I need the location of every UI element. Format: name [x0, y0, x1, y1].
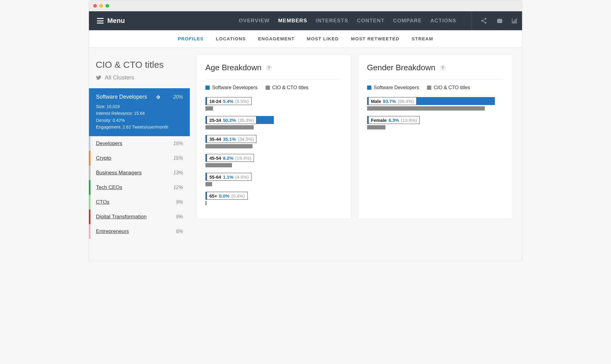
- bar-secondary: [205, 144, 252, 148]
- legend-swatch-grey: [427, 86, 431, 90]
- menu-button[interactable]: Menu: [97, 17, 125, 25]
- divider: [367, 79, 504, 79]
- minimize-window-icon[interactable]: [99, 4, 103, 8]
- cluster-pct: 13%: [173, 170, 183, 176]
- subtab-stream[interactable]: STREAM: [412, 36, 433, 41]
- cluster-item[interactable]: Crypto15%: [89, 151, 190, 166]
- cluster-list: Developers16%Crypto15%Business Managers1…: [89, 136, 190, 239]
- legend-swatch-blue: [205, 86, 210, 90]
- legend-label-b: CIO & CTO titles: [272, 85, 309, 90]
- tab-interests[interactable]: INTERESTS: [316, 18, 348, 24]
- cluster-pct: 20%: [173, 94, 183, 100]
- help-icon[interactable]: ?: [440, 65, 446, 71]
- cluster-name: Digital Transformation: [96, 214, 146, 220]
- gender-card-title: Gender Breakdown: [367, 63, 436, 72]
- share-icon[interactable]: [480, 17, 487, 24]
- tab-actions[interactable]: ACTIONS: [430, 18, 456, 24]
- cluster-meta: Size: 10,029 Interest Relevance: 15.64 D…: [96, 103, 183, 131]
- cluster-name: Software Developers: [96, 94, 147, 100]
- content-area: CIO & CTO titles All Clusters Software D…: [89, 47, 522, 261]
- top-actions: [472, 11, 518, 30]
- bar-group: Male93.7%(86.4%): [367, 97, 504, 111]
- tab-overview[interactable]: OVERVIEW: [239, 18, 270, 24]
- tab-content[interactable]: CONTENT: [357, 18, 385, 24]
- bar-group: 18-245.4%(5.5%): [205, 97, 342, 111]
- cluster-pct: 12%: [173, 185, 183, 190]
- legend-swatch-grey: [266, 86, 270, 90]
- cluster-density: Density: 0.42%: [96, 117, 183, 124]
- bar-label: 25-3450.2%(35.3%): [207, 116, 256, 124]
- menu-label: Menu: [107, 17, 125, 25]
- bar-group: 55-641.1%(4.9%): [205, 173, 342, 186]
- subnav: PROFILES LOCATIONS ENGAGEMENT MOST LIKED…: [89, 30, 522, 47]
- subtab-most-retweeted[interactable]: MOST RETWEETED: [351, 36, 399, 41]
- bar-group: 35-4435.1%(34.5%): [205, 135, 342, 148]
- all-clusters-label: All Clusters: [105, 74, 134, 81]
- tab-members[interactable]: MEMBERS: [278, 18, 307, 24]
- subtab-engagement[interactable]: ENGAGEMENT: [258, 36, 295, 41]
- cluster-item[interactable]: Entrepreneurs6%: [89, 224, 190, 239]
- bar-group: 45-548.2%(19.4%): [205, 154, 342, 167]
- bar-secondary: [205, 163, 232, 167]
- bar-group: Female6.3%(13.6%): [367, 116, 504, 129]
- bar-label: Male93.7%(86.4%): [368, 97, 417, 105]
- age-legend: Software Developers CIO & CTO titles: [205, 85, 342, 90]
- cluster-size: Size: 10,029: [96, 103, 183, 110]
- gear-icon[interactable]: [156, 95, 160, 100]
- cluster-item[interactable]: Tech CEOs12%: [89, 180, 190, 195]
- page-title: CIO & CTO titles: [89, 60, 190, 70]
- cluster-name: Entrepreneurs: [96, 228, 129, 235]
- cluster-pct: 15%: [173, 155, 183, 161]
- cluster-item[interactable]: CTOs9%: [89, 195, 190, 209]
- legend-swatch-blue: [367, 86, 371, 90]
- cluster-name: CTOs: [96, 199, 109, 205]
- cluster-name: Developers: [96, 140, 122, 147]
- main-panels: Age Breakdown ? Software Developers CIO …: [190, 47, 522, 228]
- subtab-locations[interactable]: LOCATIONS: [216, 36, 246, 41]
- camera-icon[interactable]: [496, 17, 502, 24]
- tab-compare[interactable]: COMPARE: [393, 18, 422, 24]
- bar-secondary: [205, 201, 207, 205]
- bar-secondary: [205, 182, 212, 186]
- twitter-icon: [96, 75, 102, 81]
- legend-item-a: Software Developers: [367, 85, 419, 90]
- cluster-item-active[interactable]: Software Developers 20% Size: 10,029 Int…: [89, 88, 190, 136]
- legend-item-b: CIO & CTO titles: [266, 85, 309, 90]
- all-clusters-link[interactable]: All Clusters: [89, 70, 190, 88]
- age-card-title: Age Breakdown: [205, 63, 262, 72]
- cluster-pct: 9%: [176, 199, 183, 205]
- subtab-profiles[interactable]: PROFILES: [178, 36, 204, 41]
- cluster-pct: 6%: [176, 229, 183, 234]
- top-tabs: OVERVIEW MEMBERS INTERESTS CONTENT COMPA…: [239, 18, 456, 24]
- gender-legend: Software Developers CIO & CTO titles: [367, 85, 504, 90]
- cluster-pct: 16%: [173, 141, 183, 146]
- bar-secondary: [205, 125, 254, 129]
- bar-secondary: [367, 106, 485, 111]
- cluster-item[interactable]: Developers16%: [89, 136, 190, 151]
- cluster-item[interactable]: Digital Transformation9%: [89, 209, 190, 224]
- bar-label: Female6.3%(13.6%): [368, 116, 420, 124]
- subtab-most-liked[interactable]: MOST LIKED: [307, 36, 339, 41]
- bar-label: 18-245.4%(5.5%): [207, 97, 252, 105]
- bar-chart-icon[interactable]: [511, 17, 518, 24]
- divider: [205, 79, 342, 79]
- bar-secondary: [205, 106, 213, 111]
- window-titlebar: [89, 0, 522, 11]
- legend-item-b: CIO & CTO titles: [427, 85, 470, 90]
- app-window: Menu OVERVIEW MEMBERS INTERESTS CONTENT …: [89, 0, 522, 261]
- gender-bars: Male93.7%(86.4%)Female6.3%(13.6%): [367, 97, 504, 129]
- help-icon[interactable]: ?: [266, 65, 272, 71]
- age-bars: 18-245.4%(5.5%)25-3450.2%(35.3%)35-4435.…: [205, 97, 342, 205]
- cluster-relevance: Interest Relevance: 15.64: [96, 110, 183, 117]
- gender-breakdown-card: Gender Breakdown ? Software Developers C…: [358, 55, 513, 219]
- close-window-icon[interactable]: [93, 4, 97, 8]
- legend-label-a: Software Developers: [212, 85, 258, 90]
- maximize-window-icon[interactable]: [105, 4, 109, 8]
- age-breakdown-card: Age Breakdown ? Software Developers CIO …: [196, 55, 352, 219]
- legend-label-b: CIO & CTO titles: [434, 85, 470, 90]
- cluster-item[interactable]: Business Managers13%: [89, 166, 190, 180]
- legend-item-a: Software Developers: [205, 85, 258, 90]
- bar-label: 55-641.1%(4.9%): [207, 173, 252, 181]
- bar-group: 25-3450.2%(35.3%): [205, 116, 342, 129]
- cluster-name: Tech CEOs: [96, 184, 122, 191]
